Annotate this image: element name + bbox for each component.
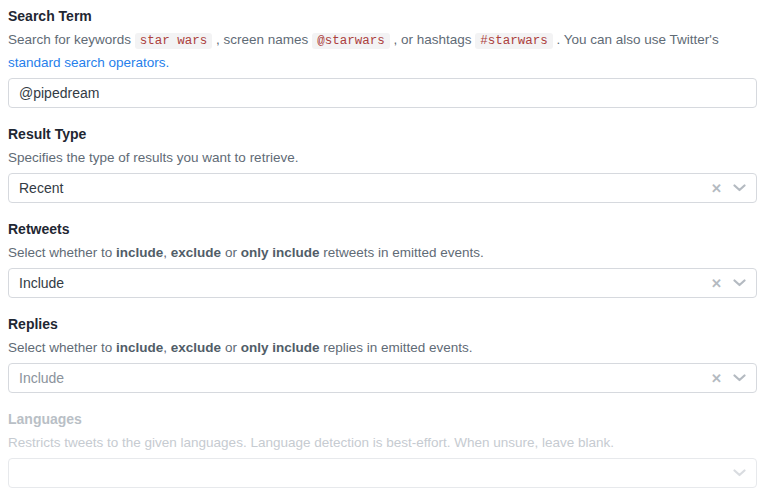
result-type-description: Specifies the type of results you want t… xyxy=(8,147,757,168)
screen-name-example-code: @starwars xyxy=(312,33,390,49)
desc-text: or xyxy=(221,245,241,260)
desc-text: Search for keywords xyxy=(8,32,135,47)
chevron-down-icon[interactable] xyxy=(733,184,746,192)
clear-icon[interactable]: ✕ xyxy=(711,372,722,385)
desc-text: Select whether to xyxy=(8,245,116,260)
languages-label: Languages xyxy=(8,411,757,427)
desc-bold: only include xyxy=(241,245,320,260)
search-term-input[interactable] xyxy=(8,78,757,108)
result-type-select[interactable]: Recent ✕ xyxy=(8,173,757,203)
languages-description: Restricts tweets to the given languages.… xyxy=(8,432,757,453)
retweets-description: Select whether to include, exclude or on… xyxy=(8,242,757,263)
retweets-select[interactable]: Include ✕ xyxy=(8,268,757,298)
replies-label: Replies xyxy=(8,316,757,332)
field-replies: Replies Select whether to include, exclu… xyxy=(8,316,757,393)
field-languages: Languages Restricts tweets to the given … xyxy=(8,411,757,488)
chevron-down-icon xyxy=(733,469,746,477)
clear-icon[interactable]: ✕ xyxy=(711,277,722,290)
retweets-label: Retweets xyxy=(8,221,757,237)
select-icons: ✕ xyxy=(711,182,746,195)
desc-text: Select whether to xyxy=(8,340,116,355)
desc-bold: include xyxy=(116,245,163,260)
result-type-selected-value: Recent xyxy=(19,180,711,196)
field-search-term: Search Term Search for keywords star war… xyxy=(8,8,757,108)
twitter-search-config-form: Search Term Search for keywords star war… xyxy=(0,0,768,488)
search-term-description: Search for keywords star wars , screen n… xyxy=(8,29,757,73)
desc-text: , xyxy=(163,245,171,260)
desc-text: replies in emitted events. xyxy=(319,340,472,355)
chevron-down-icon[interactable] xyxy=(733,279,746,287)
desc-bold: include xyxy=(116,340,163,355)
desc-text: . You can also use Twitter's xyxy=(553,32,719,47)
desc-bold: only include xyxy=(241,340,320,355)
replies-select[interactable]: Include ✕ xyxy=(8,363,757,393)
search-term-label: Search Term xyxy=(8,8,757,24)
clear-icon[interactable]: ✕ xyxy=(711,182,722,195)
hashtag-example-code: #starwars xyxy=(475,33,553,49)
desc-bold: exclude xyxy=(171,340,221,355)
field-retweets: Retweets Select whether to include, excl… xyxy=(8,221,757,298)
retweets-selected-value: Include xyxy=(19,275,711,291)
replies-selected-value: Include xyxy=(19,370,711,386)
chevron-down-icon[interactable] xyxy=(733,374,746,382)
desc-text: or xyxy=(221,340,241,355)
field-result-type: Result Type Specifies the type of result… xyxy=(8,126,757,203)
search-operators-link[interactable]: standard search operators. xyxy=(8,55,169,70)
select-icons: ✕ xyxy=(711,277,746,290)
desc-text: retweets in emitted events. xyxy=(319,245,483,260)
select-icons xyxy=(733,469,746,477)
desc-bold: exclude xyxy=(171,245,221,260)
result-type-label: Result Type xyxy=(8,126,757,142)
desc-text: , or hashtags xyxy=(390,32,476,47)
desc-text: , xyxy=(163,340,171,355)
desc-text: , screen names xyxy=(212,32,312,47)
replies-description: Select whether to include, exclude or on… xyxy=(8,337,757,358)
keyword-example-code: star wars xyxy=(135,33,213,49)
select-icons: ✕ xyxy=(711,372,746,385)
languages-select[interactable] xyxy=(8,458,757,488)
